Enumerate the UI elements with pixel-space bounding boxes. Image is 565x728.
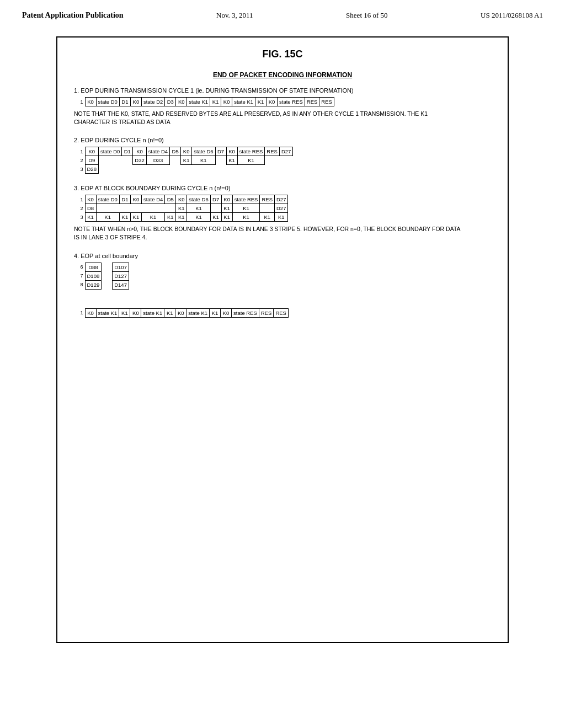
cell [170,156,181,165]
publisher-name: Patent Application Publication [22,11,124,20]
cell: state D0 [96,98,119,106]
section1-table: 1 K0 state D0 D1 K0 state D2 D3 K0 state… [74,97,334,106]
cell: D1 [119,98,130,106]
cell [260,204,275,213]
main-content: FIG. 15C END OF PACKET ENCODING INFORMAT… [0,25,565,654]
cell: D27 [279,147,292,156]
cell: D7 [210,195,221,204]
cell: K0 [175,308,186,317]
cell: D9 [85,156,98,165]
section1-label: 1. EOP DURING TRANSMISSION CYCLE 1 (ie. … [74,87,491,94]
cell: K1 [85,213,96,222]
cell: RES [260,195,275,204]
cell: K0 [181,147,192,156]
spacer [102,271,113,280]
cell: K0 [176,195,187,204]
cell: K0 [85,98,96,106]
row-num: 8 [74,280,85,289]
row-num: 3 [74,165,85,174]
cell: state K1 [187,98,210,106]
cell: state K1 [96,308,119,317]
cell [122,156,133,165]
section3-label: 3. EOP AT BLOCK BOUNDARY DURING CYCLE n … [74,185,491,191]
cell: state D0 [96,195,119,204]
cell: K0 [266,98,278,106]
cell: K1 [176,213,187,222]
cell: K1 [181,156,192,165]
cell: D1 [119,195,130,204]
cell: K1 [187,213,210,222]
cell: state RES [232,308,259,317]
cell: D129 [85,280,102,289]
section4-bottom-table: 1 K0 state K1 K1 K0 state K1 K1 K0 state… [74,308,289,318]
cell: K0 [130,195,141,204]
section3-note: NOTE THAT WHEN n>0, THE BLOCK BOUNDARY F… [74,225,460,241]
cell [210,204,221,213]
cell: K1 [210,98,221,106]
cell: state K1 [232,98,255,106]
cell: K1 [165,213,176,222]
cell: K0 [133,147,146,156]
cell: D27 [275,204,288,213]
cell: K1 [176,204,187,213]
cell [96,204,119,213]
cell: state D6 [192,147,215,156]
eop-section-3: 3. EOP AT BLOCK BOUNDARY DURING CYCLE n … [74,185,491,241]
cell [165,204,176,213]
cell: K1 [210,213,221,222]
cell: K1 [119,213,130,222]
cell: K1 [119,308,130,317]
cell: D5 [170,147,181,156]
section2-label: 2. EOP DURING CYCLE n (n!=0) [74,137,491,143]
cell [279,156,292,165]
cell: state D4 [146,147,169,156]
cell: state RES [278,98,305,106]
cell: K1 [221,213,232,222]
cell: D7 [215,147,226,156]
cell: K1 [192,156,215,165]
section4-left-table: 6 D88 D107 7 D108 D127 8 [74,263,129,290]
row-num: 7 [74,271,85,280]
patent-number: US 2011/0268108 A1 [481,11,543,20]
pub-date: Nov. 3, 2011 [216,11,253,20]
cell: K1 [130,213,141,222]
cell: RES [305,98,319,106]
cell: state RES [232,195,260,204]
row-num: 1 [74,98,85,106]
section3-table: 1 K0 state D0 D1 K0 state D4 D5 K0 state… [74,195,288,222]
eop-section-2: 2. EOP DURING CYCLE n (n!=0) 1 K0 state … [74,137,491,174]
cell: D1 [122,147,133,156]
spacer [102,280,113,289]
cell: state D4 [141,195,164,204]
cell: K0 [221,195,232,204]
row-num: 2 [74,156,85,165]
cell: RES [319,98,334,106]
cell: D28 [85,165,98,174]
cell: K0 [85,195,96,204]
cell: K0 [176,98,187,106]
cell: K1 [255,98,266,106]
cell [141,204,164,213]
eop-section-4: 4. EOP at cell boundary 6 D88 D107 7 [74,253,491,318]
section-title: END OF PACKET ENCODING INFORMATION [74,71,491,79]
page-header: Patent Application Publication Nov. 3, 2… [0,0,565,25]
row-num: 2 [74,204,85,213]
cell: D32 [133,156,146,165]
cell: K1 [226,156,237,165]
cell: K1 [164,308,175,317]
cell: K0 [221,308,232,317]
spacer [102,263,113,271]
cell: state D6 [187,195,210,204]
cell: K1 [96,213,119,222]
eop-section-1: 1. EOP DURING TRANSMISSION CYCLE 1 (ie. … [74,87,491,126]
sheet-info: Sheet 16 of 50 [346,11,387,20]
cell [215,156,226,165]
cell: D147 [113,280,129,289]
cell: K1 [221,204,232,213]
cell: K1 [260,213,275,222]
cell: RES [265,147,280,156]
cell: D33 [146,156,169,165]
cell: state D2 [141,98,164,106]
cell [130,204,141,213]
cell: K1 [275,213,288,222]
